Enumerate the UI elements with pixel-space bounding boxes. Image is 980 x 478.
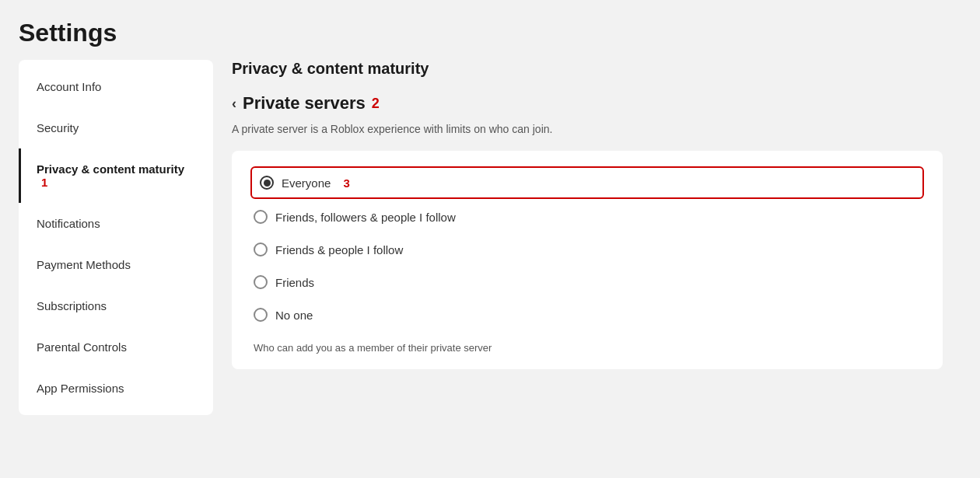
sidebar: Account Info Security Privacy & content …	[19, 60, 213, 415]
footer-text: Who can add you as a member of their pri…	[250, 342, 924, 354]
radio-everyone	[260, 176, 274, 190]
option-everyone-label: Everyone	[282, 176, 331, 190]
sidebar-item-account-info[interactable]: Account Info	[19, 66, 213, 107]
page-title: Settings	[19, 0, 961, 60]
option-friends-followers-label: Friends, followers & people I follow	[275, 211, 456, 224]
back-button[interactable]: ‹	[232, 96, 236, 112]
option-friends-follow-label: Friends & people I follow	[275, 243, 403, 256]
sidebar-item-security[interactable]: Security	[19, 107, 213, 148]
sidebar-item-privacy[interactable]: Privacy & content maturity 1	[19, 148, 213, 203]
radio-friends-followers	[254, 210, 268, 224]
options-card: Everyone 3 Friends, followers & people I…	[232, 151, 943, 369]
radio-friends-follow	[254, 242, 268, 256]
option-friends[interactable]: Friends	[250, 267, 924, 297]
radio-no-one	[254, 308, 268, 322]
back-badge: 2	[372, 96, 380, 112]
radio-friends	[254, 275, 268, 289]
sidebar-item-subscriptions[interactable]: Subscriptions	[19, 285, 213, 326]
privacy-badge: 1	[41, 176, 47, 189]
option-no-one-label: No one	[275, 309, 313, 322]
sidebar-item-parental[interactable]: Parental Controls	[19, 326, 213, 368]
option-everyone[interactable]: Everyone 3	[250, 166, 924, 199]
option-friends-followers[interactable]: Friends, followers & people I follow	[250, 202, 924, 232]
option-friends-follow[interactable]: Friends & people I follow	[250, 235, 924, 264]
page-wrapper: Settings Account Info Security Privacy &…	[0, 0, 980, 478]
description-text: A private server is a Roblox experience …	[232, 123, 943, 135]
sidebar-item-notifications[interactable]: Notifications	[19, 203, 213, 244]
option-everyone-badge: 3	[343, 176, 349, 190]
sidebar-item-payment[interactable]: Payment Methods	[19, 244, 213, 285]
content-area: Account Info Security Privacy & content …	[19, 60, 961, 478]
sidebar-item-app-permissions[interactable]: App Permissions	[19, 368, 213, 409]
back-row: ‹ Private servers 2	[232, 93, 943, 113]
option-no-one[interactable]: No one	[250, 300, 924, 330]
main-content: Privacy & content maturity ‹ Private ser…	[213, 60, 961, 478]
section-title: Privacy & content maturity	[232, 60, 943, 78]
option-friends-label: Friends	[275, 276, 314, 289]
back-title: Private servers	[243, 93, 366, 113]
